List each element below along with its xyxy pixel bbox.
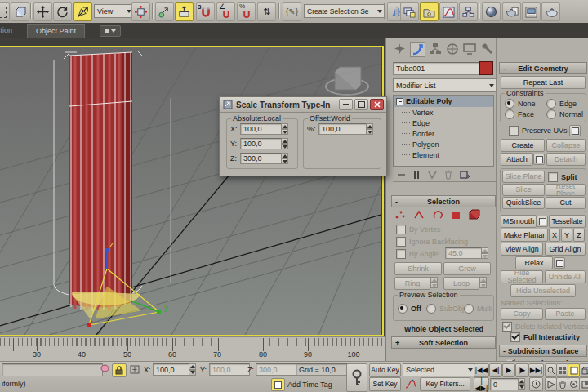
grid-align-button[interactable]: Grid Align xyxy=(545,243,586,256)
shrink-button[interactable]: Shrink xyxy=(394,262,442,275)
relax-button[interactable]: Relax xyxy=(515,256,553,270)
go-to-end-button[interactable]: ▶▶| xyxy=(528,363,544,377)
status-z-field[interactable]: 300,0 xyxy=(256,363,296,376)
play-button[interactable]: ▶ xyxy=(502,363,515,377)
collapse-button[interactable]: Collapse xyxy=(546,139,586,152)
selection-rollout-header[interactable]: - Selection xyxy=(391,195,496,207)
material-editor-icon[interactable] xyxy=(482,2,501,21)
polygon-subobject-icon[interactable] xyxy=(451,210,461,220)
by-angle-spinner[interactable] xyxy=(481,247,488,259)
radio-dot[interactable] xyxy=(505,109,514,119)
status-y-field[interactable]: 100,0 xyxy=(209,363,250,376)
next-frame-button[interactable]: |▶ xyxy=(515,363,528,377)
quickslice-button[interactable]: QuickSlice xyxy=(502,197,545,209)
ribbon-display-toggle[interactable] xyxy=(100,25,121,37)
named-selection-set-dropdown[interactable]: Create Selection Se xyxy=(304,4,385,18)
stack-item-edge[interactable]: Edge xyxy=(394,118,493,128)
preview-off-radio[interactable]: Off xyxy=(398,304,421,314)
element-subobject-icon[interactable] xyxy=(469,209,481,220)
reference-coordinate-dropdown[interactable]: View xyxy=(94,4,135,18)
object-name-field[interactable]: Tube001 xyxy=(393,62,481,75)
render-production-icon[interactable] xyxy=(541,2,560,21)
zoom-extents-all-button[interactable] xyxy=(579,363,588,377)
object-color-swatch[interactable] xyxy=(479,61,493,75)
edit-named-selections-icon[interactable]: {✎} xyxy=(283,2,301,21)
modifier-stack[interactable]: Editable Poly Vertex Edge Border Polygon… xyxy=(393,95,494,167)
scale-transform-type-in-dialog[interactable]: Scale Transform Type-In Absolute:Local X… xyxy=(219,96,387,176)
msmooth-button[interactable]: MSmooth xyxy=(501,215,537,228)
auto-key-button[interactable]: Auto Key xyxy=(369,363,401,377)
render-setup-icon[interactable] xyxy=(502,2,521,21)
loop-button[interactable]: Loop xyxy=(443,277,479,290)
offset-percent-field[interactable]: 100,0 xyxy=(318,123,370,135)
set-key-filters-curve-icon[interactable] xyxy=(405,379,416,390)
ring-button[interactable]: Ring xyxy=(394,277,430,290)
active-viewport[interactable]: z y xyxy=(0,46,384,336)
radio-dot[interactable] xyxy=(546,109,556,119)
time-configuration-button[interactable] xyxy=(529,377,543,391)
ring-spinner[interactable] xyxy=(430,277,438,288)
constraint-normal-radio[interactable]: Normal xyxy=(546,109,583,119)
tube-object[interactable] xyxy=(69,52,132,311)
split-checkbox[interactable]: Split xyxy=(548,172,577,182)
edit-geometry-rollout-header[interactable]: - Edit Geometry xyxy=(499,62,587,74)
make-planar-button[interactable]: Make Planar xyxy=(501,229,548,242)
reset-plane-button[interactable]: Reset Plane xyxy=(546,184,586,196)
stack-item-editable-poly[interactable]: Editable Poly xyxy=(394,96,493,107)
zoom-tool-button[interactable] xyxy=(545,363,557,377)
ignore-backfacing-checkbox[interactable]: Ignore Backfacing xyxy=(396,237,468,247)
window-crossing-icon[interactable] xyxy=(11,2,29,21)
key-mode-toggle[interactable]: |◀▶| xyxy=(474,377,489,391)
y-scale-field[interactable]: 100,0 xyxy=(240,138,285,149)
checkbox-box[interactable] xyxy=(502,322,512,332)
viewport-canvas[interactable]: z y xyxy=(0,47,381,335)
radio-dot[interactable] xyxy=(398,304,408,314)
create-button[interactable]: Create xyxy=(501,139,545,152)
loop-spinner[interactable] xyxy=(479,277,487,288)
repeat-last-button[interactable]: Repeat Last xyxy=(501,76,586,89)
checkbox-box[interactable] xyxy=(396,249,406,259)
paste-button[interactable]: Paste xyxy=(545,308,586,320)
detach-button[interactable]: Detach xyxy=(546,153,586,166)
percent-snap-icon[interactable]: % xyxy=(237,2,256,21)
checkbox-box[interactable] xyxy=(510,332,520,342)
display-tab-icon[interactable] xyxy=(463,42,477,56)
checkbox-box[interactable] xyxy=(396,237,406,247)
previous-frame-button[interactable]: ◀| xyxy=(489,363,502,377)
z-scale-spinner[interactable] xyxy=(281,153,288,164)
vertex-subobject-icon[interactable] xyxy=(394,210,406,220)
pan-view-button[interactable] xyxy=(556,377,568,391)
configure-modifier-sets-icon[interactable] xyxy=(460,170,470,180)
hide-selected-button[interactable]: Hide Selected xyxy=(501,270,543,283)
field-of-view-button[interactable] xyxy=(545,377,557,391)
dialog-titlebar[interactable]: Scale Transform Type-In xyxy=(220,97,386,113)
key-filters-button[interactable]: Key Filters... xyxy=(420,377,470,391)
curve-editor-icon[interactable] xyxy=(439,2,458,21)
cut-button[interactable]: Cut xyxy=(546,197,586,209)
by-angle-field[interactable]: 45,0 xyxy=(445,247,484,259)
x-axis-handle[interactable] xyxy=(87,323,91,327)
pin-stack-icon[interactable] xyxy=(396,170,405,180)
stack-item-border[interactable]: Border xyxy=(394,128,493,139)
status-line-field[interactable] xyxy=(2,363,103,376)
attach-settings-button[interactable] xyxy=(533,154,545,165)
relax-settings-button[interactable] xyxy=(554,257,565,269)
hide-unselected-button[interactable]: Hide Unselected xyxy=(510,284,576,297)
radio-dot[interactable] xyxy=(426,304,436,314)
constraint-none-radio[interactable]: None xyxy=(505,99,536,109)
radio-dot[interactable] xyxy=(464,304,474,314)
offset-mode-toggle[interactable] xyxy=(271,378,285,391)
y-axis-handle[interactable] xyxy=(157,310,161,314)
offset-percent-spinner[interactable] xyxy=(366,123,373,135)
track-bar[interactable]: 30 40 50 60 70 80 90 100 xyxy=(0,336,385,362)
stack-item-element[interactable]: Element xyxy=(394,149,493,160)
constraint-edge-radio[interactable]: Edge xyxy=(546,99,577,109)
frame-spinner[interactable] xyxy=(518,378,525,390)
stack-item-vertex[interactable]: Vertex xyxy=(394,107,493,118)
absolute-transform-icon[interactable] xyxy=(129,364,140,375)
border-subobject-icon[interactable] xyxy=(432,210,443,220)
unhide-all-button[interactable]: Unhide All xyxy=(545,270,586,283)
close-button[interactable] xyxy=(370,99,384,110)
ribbon-tab-selection[interactable]: ction xyxy=(0,24,20,37)
copy-button[interactable]: Copy xyxy=(501,308,543,320)
